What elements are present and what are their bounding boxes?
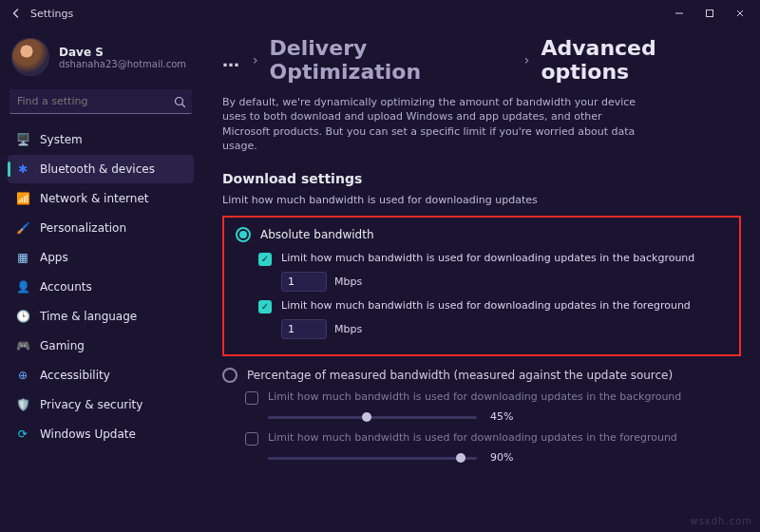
sidebar-item-apps[interactable]: ▦Apps [8,243,194,272]
checkbox-pct-bg-label: Limit how much bandwidth is used for dow… [268,390,681,403]
user-name: Dave S [59,46,186,59]
nav-icon: 🎮 [15,338,30,353]
radio-unselected-icon [222,368,238,383]
checkbox-unchecked-icon [245,432,258,446]
profile-block[interactable]: Dave S dshanaha23@hotmail.com [8,32,194,86]
sidebar-item-label: Apps [40,251,68,264]
bg-bandwidth-input[interactable] [281,272,327,292]
bg-unit-label: Mbps [334,276,362,288]
svg-rect-0 [707,10,713,17]
slider-pct-bg-value: 45% [490,410,519,423]
radio-percentage-bandwidth[interactable]: Percentage of measured bandwidth (measur… [222,368,741,383]
sidebar-item-accessibility[interactable]: ⊕Accessibility [8,361,194,390]
checkbox-checked-icon: ✓ [258,300,272,314]
fg-unit-label: Mbps [334,323,362,335]
slider-pct-bg: 45% [268,410,741,424]
search-icon [174,94,186,112]
radio-absolute-label: Absolute bandwidth [260,228,374,241]
nav-icon: ▦ [15,250,30,265]
sidebar-item-network-internet[interactable]: 📶Network & internet [8,184,194,213]
close-button[interactable] [726,3,754,24]
sidebar-item-label: Accounts [40,280,92,294]
sidebar-item-privacy-security[interactable]: 🛡️Privacy & security [8,390,194,419]
breadcrumb-prev[interactable]: Delivery Optimization [270,36,513,84]
avatar [11,38,49,76]
main-content: … › Delivery Optimization › Advanced opt… [200,27,760,532]
breadcrumb-overflow[interactable]: … [222,50,241,70]
nav-icon: ✱ [15,162,30,177]
checkbox-pct-bg-limit: Limit how much bandwidth is used for dow… [245,390,741,405]
chevron-right-icon: › [253,52,258,67]
checkbox-pct-fg-limit: Limit how much bandwidth is used for dow… [245,431,741,446]
sidebar-item-bluetooth-devices[interactable]: ✱Bluetooth & devices [8,155,194,183]
checkbox-bg-label: Limit how much bandwidth is used for dow… [281,252,694,264]
checkbox-checked-icon: ✓ [258,253,272,266]
sidebar-item-label: System [40,133,83,146]
slider-pct-fg-value: 90% [490,451,519,464]
sidebar-item-label: Bluetooth & devices [40,162,155,176]
nav-icon: 🕒 [15,309,30,324]
watermark: wsxdh.com [690,516,752,526]
sidebar-item-label: Windows Update [40,428,136,441]
nav-icon: 🛡️ [15,397,30,412]
sidebar-item-system[interactable]: 🖥️System [8,125,194,154]
highlight-box: Absolute bandwidth ✓ Limit how much band… [222,216,741,356]
sidebar-item-accounts[interactable]: 👤Accounts [8,273,194,301]
nav-icon: 🖌️ [15,220,30,236]
sidebar-item-time-language[interactable]: 🕒Time & language [8,302,194,331]
back-button[interactable] [6,3,27,24]
chevron-right-icon: › [524,52,530,67]
slider-pct-fg: 90% [268,451,741,465]
nav-icon: 📶 [15,191,30,206]
checkbox-fg-limit[interactable]: ✓ Limit how much bandwidth is used for d… [258,299,728,314]
breadcrumb-current: Advanced options [541,36,741,84]
titlebar: Settings [0,0,760,27]
radio-absolute-bandwidth[interactable]: Absolute bandwidth [236,227,728,242]
sidebar-item-label: Personalization [40,221,126,235]
sidebar-item-label: Privacy & security [40,398,142,411]
nav-icon: ⊕ [15,368,30,383]
sidebar-item-label: Gaming [40,339,85,352]
search-input[interactable] [10,89,192,114]
sidebar: Dave S dshanaha23@hotmail.com 🖥️System✱B… [0,27,200,532]
checkbox-pct-fg-label: Limit how much bandwidth is used for dow… [268,431,677,444]
section-subtitle: Limit how much bandwidth is used for dow… [222,194,741,206]
page-description: By default, we're dynamically optimizing… [222,95,640,154]
checkbox-fg-label: Limit how much bandwidth is used for dow… [281,299,691,312]
window-title: Settings [30,8,73,20]
sidebar-item-label: Network & internet [40,192,149,205]
sidebar-item-label: Time & language [40,310,137,323]
section-title-download: Download settings [222,171,741,186]
nav-icon: 👤 [15,279,30,294]
radio-percentage-label: Percentage of measured bandwidth (measur… [247,369,673,382]
sidebar-item-label: Accessibility [40,369,110,382]
maximize-button[interactable] [695,3,724,24]
minimize-button[interactable] [665,3,694,24]
nav-icon: ⟳ [15,427,30,442]
checkbox-unchecked-icon [245,391,258,405]
nav-list: 🖥️System✱Bluetooth & devices📶Network & i… [8,125,194,448]
user-email: dshanaha23@hotmail.com [59,59,186,69]
nav-icon: 🖥️ [15,132,30,147]
fg-bandwidth-input[interactable] [281,319,327,339]
sidebar-item-personalization[interactable]: 🖌️Personalization [8,214,194,242]
sidebar-item-gaming[interactable]: 🎮Gaming [8,332,194,360]
sidebar-item-windows-update[interactable]: ⟳Windows Update [8,420,194,448]
checkbox-bg-limit[interactable]: ✓ Limit how much bandwidth is used for d… [258,252,728,266]
radio-selected-icon [236,227,251,242]
breadcrumb: … › Delivery Optimization › Advanced opt… [222,36,741,84]
